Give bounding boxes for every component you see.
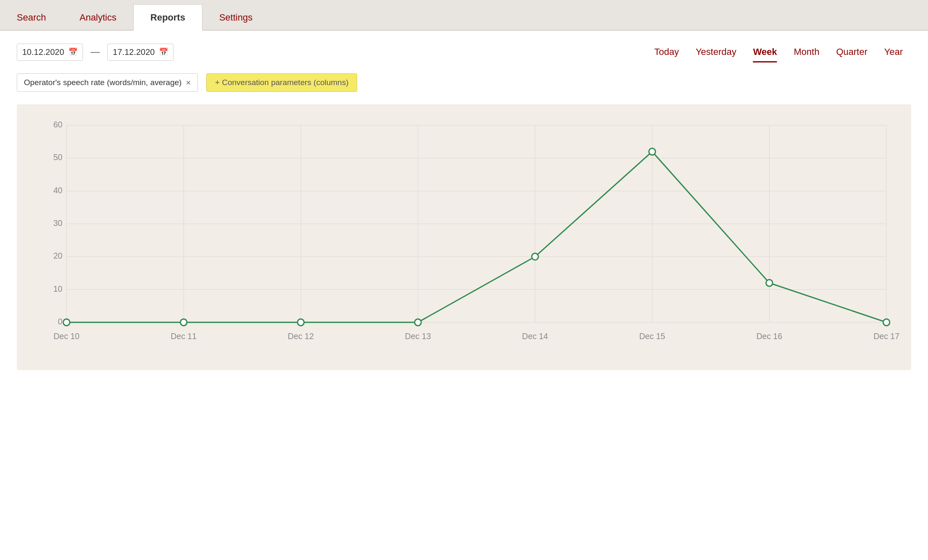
period-month[interactable]: Month <box>785 43 828 61</box>
add-columns-button[interactable]: + Conversation parameters (columns) <box>206 73 357 92</box>
svg-point-23 <box>180 319 187 326</box>
calendar-start-icon[interactable]: 📅 <box>68 47 78 57</box>
period-yesterday[interactable]: Yesterday <box>687 43 745 61</box>
tab-search[interactable]: Search <box>0 4 63 31</box>
add-columns-label: + Conversation parameters (columns) <box>215 78 348 87</box>
svg-text:40: 40 <box>53 185 62 194</box>
main-content: 10.12.2020 📅 — 17.12.2020 📅 Today Yester… <box>0 31 928 560</box>
svg-text:Dec 12: Dec 12 <box>288 332 314 341</box>
svg-text:Dec 11: Dec 11 <box>171 332 197 341</box>
filter-tag-speech-rate: Operator's speech rate (words/min, avera… <box>17 73 198 92</box>
svg-text:30: 30 <box>53 218 62 228</box>
calendar-end-icon[interactable]: 📅 <box>159 47 168 57</box>
period-today[interactable]: Today <box>646 43 687 61</box>
tab-settings[interactable]: Settings <box>202 4 270 31</box>
date-range: 10.12.2020 📅 — 17.12.2020 📅 <box>17 44 174 61</box>
date-start-input[interactable]: 10.12.2020 📅 <box>17 44 83 61</box>
svg-point-29 <box>883 319 890 326</box>
svg-text:Dec 13: Dec 13 <box>405 332 431 341</box>
svg-text:Dec 15: Dec 15 <box>639 332 665 341</box>
tab-reports[interactable]: Reports <box>133 4 202 31</box>
period-week[interactable]: Week <box>745 43 785 61</box>
line-chart: 0102030405060Dec 10Dec 11Dec 12Dec 13Dec… <box>42 117 903 347</box>
filter-row: Operator's speech rate (words/min, avera… <box>17 73 911 92</box>
svg-text:20: 20 <box>53 251 62 260</box>
date-end-value: 17.12.2020 <box>113 47 155 57</box>
svg-point-27 <box>649 148 656 155</box>
chart-container: 0102030405060Dec 10Dec 11Dec 12Dec 13Dec… <box>17 104 911 370</box>
filter-tag-label: Operator's speech rate (words/min, avera… <box>24 78 181 87</box>
svg-text:Dec 10: Dec 10 <box>54 332 80 341</box>
svg-text:Dec 14: Dec 14 <box>522 332 548 341</box>
tab-analytics[interactable]: Analytics <box>63 4 133 31</box>
svg-text:50: 50 <box>53 153 62 162</box>
svg-point-26 <box>532 253 539 260</box>
controls-row: 10.12.2020 📅 — 17.12.2020 📅 Today Yester… <box>17 43 911 61</box>
svg-point-24 <box>298 319 304 326</box>
svg-text:0: 0 <box>58 317 62 326</box>
date-separator: — <box>88 47 102 57</box>
svg-point-28 <box>766 280 773 286</box>
svg-point-22 <box>63 319 70 326</box>
period-quarter[interactable]: Quarter <box>828 43 876 61</box>
svg-text:10: 10 <box>53 284 62 293</box>
svg-text:Dec 16: Dec 16 <box>756 332 782 341</box>
tabs-bar: Search Analytics Reports Settings <box>0 0 928 31</box>
svg-text:60: 60 <box>53 120 62 129</box>
date-start-value: 10.12.2020 <box>22 47 64 57</box>
svg-text:Dec 17: Dec 17 <box>874 332 899 341</box>
period-year[interactable]: Year <box>876 43 911 61</box>
date-end-input[interactable]: 17.12.2020 📅 <box>107 44 174 61</box>
filter-tag-close-button[interactable]: × <box>186 78 191 87</box>
period-selector: Today Yesterday Week Month Quarter Year <box>646 43 911 61</box>
svg-point-25 <box>415 319 421 326</box>
